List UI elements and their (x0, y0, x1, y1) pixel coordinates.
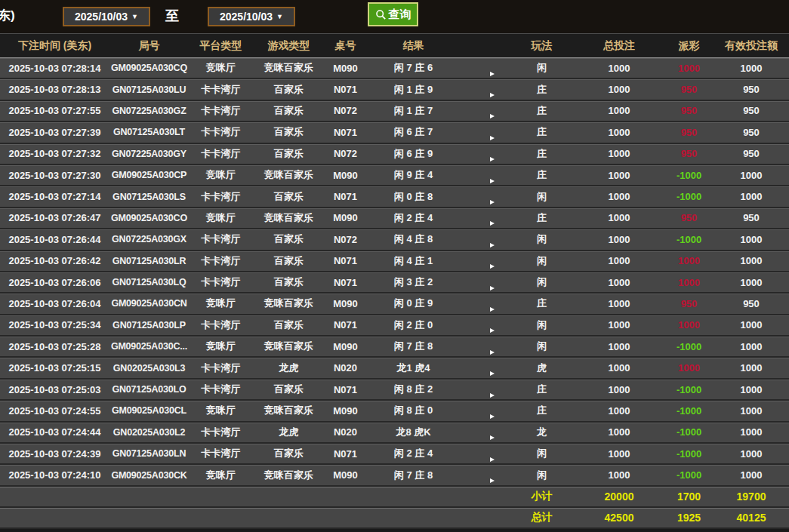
cell-valid-bet: 950 (713, 105, 789, 116)
col-bet-option: 玩法 (510, 39, 574, 53)
table-row: 2025-10-03 07:25:28 GM09025A030C... 竞咪厅 … (0, 337, 789, 358)
table-row: 2025-10-03 07:27:39 GN07125A030LT 卡卡湾厅 百… (0, 122, 789, 143)
cell-game-type: 百家乐 (253, 190, 325, 204)
cell-result: 闲 3 庄 2 (366, 275, 461, 289)
cell-bet-time: 2025-10-03 07:28:14 (0, 63, 109, 74)
cell-round-id: GN07225A030GX (109, 234, 189, 244)
table-row: 2025-10-03 07:28:13 GN07125A030LU 卡卡湾厅 百… (0, 79, 789, 100)
cell-game-type: 百家乐 (253, 447, 325, 460)
cell-bet-time: 2025-10-03 07:25:34 (0, 319, 109, 331)
cell-result: 闲 7 庄 8 (366, 469, 461, 482)
cell-bet-option: 闲 (510, 61, 574, 75)
table-row: 2025-10-03 07:24:39 GN07125A030LN 卡卡湾厅 百… (0, 444, 789, 465)
summary-label: 小计 (510, 490, 574, 503)
cell-game-type: 百家乐 (253, 147, 325, 161)
cell-round-id: GN07125A030LN (109, 448, 189, 459)
summary-valid-bet: 19700 (713, 490, 789, 503)
table-row: 2025-10-03 07:27:14 GN07125A030LS 卡卡湾厅 百… (0, 186, 789, 208)
cell-game-type: 竞咪百家乐 (253, 469, 325, 482)
cell-payout: 1000 (664, 277, 713, 288)
cell-total-bet: 1000 (574, 426, 664, 438)
cell-payout: 1000 (664, 319, 713, 331)
cell-platform: 卡卡湾厅 (189, 275, 253, 289)
cell-game-type: 百家乐 (253, 83, 325, 97)
cell-platform: 竞咪厅 (189, 297, 253, 310)
cell-game-type: 竞咪百家乐 (253, 168, 325, 182)
cell-bet-time: 2025-10-03 07:24:55 (0, 405, 109, 417)
cell-result: 闲 6 庄 9 (366, 147, 461, 161)
table-row: 2025-10-03 07:25:03 GN07125A030LO 卡卡湾厅 百… (0, 380, 789, 401)
table-row: 2025-10-03 07:27:30 GM09025A030CP 竞咪厅 竞咪… (0, 165, 789, 186)
cell-round-id: GN07125A030LO (109, 384, 189, 395)
cell-valid-bet: 1000 (713, 384, 789, 395)
cell-table-no: N020 (325, 426, 366, 438)
cell-table-no: M090 (325, 341, 366, 352)
cell-bet-time: 2025-10-03 07:26:44 (0, 234, 109, 245)
cell-table-no: N071 (325, 84, 366, 95)
cell-game-type: 龙虎 (253, 426, 325, 439)
cell-bet-time: 2025-10-03 07:28:13 (0, 84, 109, 95)
cell-bet-time: 2025-10-03 07:25:28 (0, 341, 109, 352)
table-row: 2025-10-03 07:26:47 GM09025A030CO 竞咪厅 竞咪… (0, 208, 789, 229)
cell-table-no: N071 (325, 127, 366, 138)
cell-bet-option: 龙 (510, 426, 574, 439)
cell-valid-bet: 1000 (713, 170, 789, 181)
cell-table-no: M090 (325, 469, 366, 481)
cell-round-id: GN07125A030LQ (109, 277, 189, 288)
cell-game-type: 百家乐 (253, 318, 325, 332)
cell-platform: 卡卡湾厅 (189, 125, 253, 139)
cell-platform: 竞咪厅 (189, 211, 253, 225)
cell-bet-option: 闲 (510, 232, 574, 246)
summary-row: 小计 20000 1700 19700 (0, 487, 789, 508)
cell-total-bet: 1000 (574, 255, 664, 266)
cell-valid-bet: 1000 (713, 191, 789, 202)
cell-valid-bet: 1000 (713, 234, 789, 245)
cell-total-bet: 1000 (574, 448, 664, 460)
cell-round-id: GN07125A030LR (109, 256, 189, 266)
cell-payout: -1000 (664, 448, 713, 460)
cell-total-bet: 1000 (574, 469, 664, 481)
cell-total-bet: 1000 (574, 170, 664, 181)
cell-payout: 950 (664, 298, 713, 309)
search-button[interactable]: 查询 (368, 2, 418, 26)
cell-bet-option: 闲 (510, 190, 574, 204)
cell-payout: -1000 (664, 426, 713, 438)
col-game-type: 游戏类型 (253, 39, 325, 53)
col-payout: 派彩 (664, 39, 713, 53)
date-from-select[interactable]: 2025/10/03 ▼ (63, 7, 150, 26)
cell-payout: 950 (664, 148, 713, 159)
cell-round-id: GN07125A030LS (109, 192, 189, 202)
cell-game-type: 百家乐 (253, 232, 325, 246)
to-label: 至 (165, 7, 179, 25)
cell-payout: -1000 (664, 341, 713, 352)
cell-valid-bet: 950 (713, 84, 789, 95)
cell-result: 闲 2 庄 0 (366, 318, 461, 332)
cell-platform: 卡卡湾厅 (189, 318, 253, 332)
cell-bet-time: 2025-10-03 07:25:15 (0, 362, 109, 374)
date-to-select[interactable]: 2025/10/03 ▼ (208, 7, 295, 26)
cell-payout: -1000 (664, 170, 713, 181)
cell-bet-option: 庄 (510, 383, 574, 396)
cutoff-label: 东) (0, 7, 15, 24)
cell-valid-bet: 1000 (713, 405, 789, 417)
cell-total-bet: 1000 (574, 319, 664, 331)
cell-table-no: M090 (325, 63, 366, 74)
cell-platform: 竞咪厅 (189, 168, 253, 182)
cell-platform: 卡卡湾厅 (189, 147, 253, 161)
cell-result: 闲 8 庄 2 (366, 383, 461, 396)
table-row: 2025-10-03 07:24:55 GM09025A030CL 竞咪厅 竞咪… (0, 401, 789, 422)
table-row: 2025-10-03 07:26:44 GN07225A030GX 卡卡湾厅 百… (0, 229, 789, 251)
cell-table-no: N072 (325, 234, 366, 245)
cell-round-id: GN07125A030LU (109, 85, 189, 95)
cell-platform: 竞咪厅 (189, 469, 253, 482)
cell-round-id: GM09025A030C... (109, 341, 189, 352)
cell-total-bet: 1000 (574, 341, 664, 352)
cell-valid-bet: 950 (713, 212, 789, 223)
cell-result: 闲 7 庄 6 (366, 61, 461, 75)
cell-bet-option: 闲 (510, 447, 574, 460)
cell-table-no: N071 (325, 191, 366, 202)
cell-bet-time: 2025-10-03 07:27:32 (0, 148, 109, 159)
cell-table-no: M090 (325, 298, 366, 309)
cell-bet-option: 庄 (510, 83, 574, 97)
cell-round-id: GN02025A030L3 (109, 363, 189, 374)
